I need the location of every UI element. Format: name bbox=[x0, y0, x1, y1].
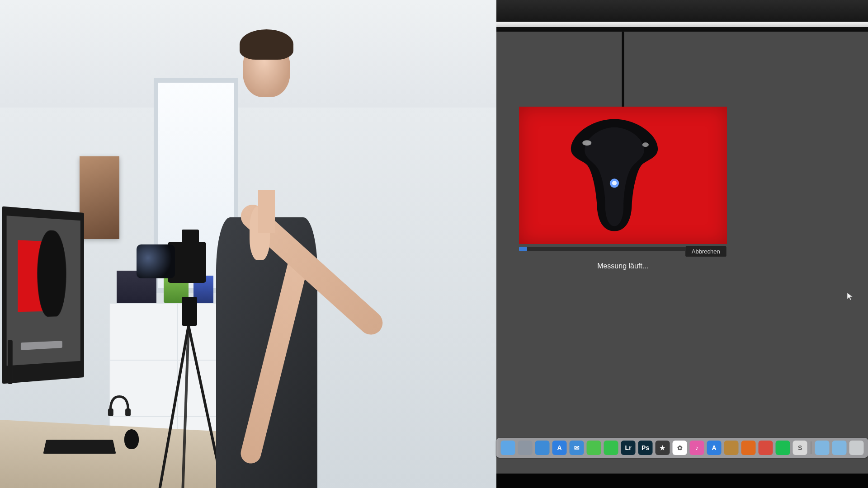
dock-folder-2-icon[interactable] bbox=[832, 441, 847, 455]
dock-app-store-2-icon[interactable]: A bbox=[707, 441, 722, 455]
dock-photoshop-icon[interactable]: Ps bbox=[638, 441, 653, 455]
dock-transmit-icon[interactable] bbox=[724, 441, 739, 455]
dock-finder-icon[interactable] bbox=[501, 441, 515, 455]
dock-lightroom-icon[interactable]: Lr bbox=[621, 441, 636, 455]
svg-rect-1 bbox=[125, 408, 131, 416]
mini-dock bbox=[21, 341, 62, 351]
status-text: Messung läuft... bbox=[597, 262, 648, 270]
svg-point-5 bbox=[612, 181, 617, 185]
dock-skype-icon[interactable]: S bbox=[793, 441, 807, 455]
dock-launchpad-icon[interactable] bbox=[518, 441, 533, 455]
svg-rect-0 bbox=[108, 408, 113, 416]
cursor-icon bbox=[847, 292, 853, 300]
progress-fill bbox=[519, 247, 527, 251]
cancel-button[interactable]: Abbrechen bbox=[685, 246, 727, 257]
desk-mouse bbox=[124, 429, 139, 449]
colorimeter-icon bbox=[569, 99, 660, 249]
monitor-closeup: Abbrechen Messung läuft... A✉LrPs★✿♪AS bbox=[496, 0, 868, 488]
calibration-app: Abbrechen Messung läuft... bbox=[519, 107, 727, 270]
dock-mail-icon[interactable]: ✉ bbox=[570, 441, 584, 455]
dock-messages-icon[interactable] bbox=[587, 441, 601, 455]
dock-safari-icon[interactable] bbox=[535, 441, 550, 455]
monitor-bezel-top bbox=[496, 0, 868, 32]
dock-chrome-icon[interactable] bbox=[759, 441, 773, 455]
dock-imovie-icon[interactable]: ★ bbox=[656, 441, 670, 455]
dock-firefox-icon[interactable] bbox=[741, 441, 756, 455]
mini-colorimeter-icon bbox=[37, 230, 66, 317]
monitor-bezel-bottom bbox=[496, 474, 868, 488]
dock-whatsapp-icon[interactable] bbox=[604, 441, 618, 455]
screen: Abbrechen Messung läuft... A✉LrPs★✿♪AS bbox=[496, 32, 868, 473]
progress-bar: Abbrechen bbox=[519, 247, 727, 251]
dock-trash-icon[interactable] bbox=[849, 441, 864, 455]
dock-separator bbox=[811, 441, 811, 454]
svg-point-3 bbox=[642, 142, 649, 147]
headphones-stand bbox=[104, 385, 134, 420]
desk-monitor bbox=[2, 210, 87, 380]
dock-folder-1-icon[interactable] bbox=[815, 441, 830, 455]
dock-photos-icon[interactable]: ✿ bbox=[673, 441, 687, 455]
studio-photo bbox=[0, 0, 496, 488]
dock-itunes-icon[interactable]: ♪ bbox=[690, 441, 704, 455]
svg-point-2 bbox=[582, 140, 591, 145]
person bbox=[179, 29, 347, 488]
keyboard bbox=[43, 440, 116, 454]
dock-spotify-icon[interactable] bbox=[776, 441, 790, 455]
dock: A✉LrPs★✿♪AS bbox=[496, 438, 868, 458]
color-patch bbox=[519, 107, 727, 244]
dock-app-store-icon[interactable]: A bbox=[552, 441, 567, 455]
